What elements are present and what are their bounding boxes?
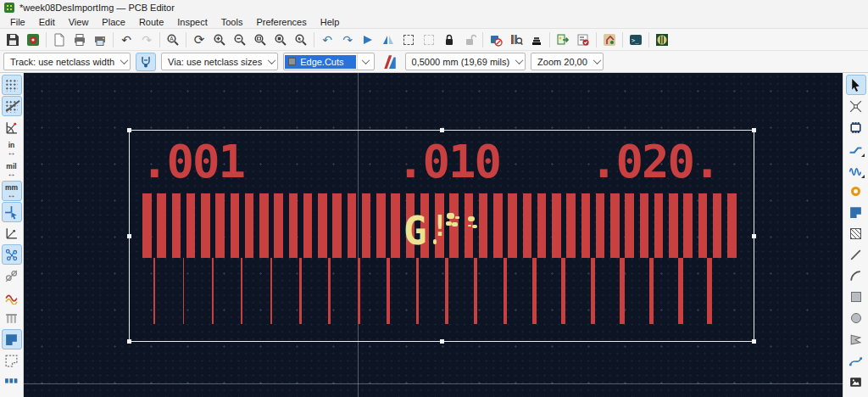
group-icon [403,35,414,45]
selection-handle[interactable] [440,339,444,344]
update-pcb-from-schematic-button[interactable] [553,31,573,49]
zoom-fit-button[interactable] [250,31,270,49]
add-footprint-tool[interactable] [846,117,866,137]
polar-coordinates-icon [4,120,19,135]
save-button[interactable] [3,31,23,49]
menu-edit[interactable]: Edit [32,16,62,28]
update-footprints-button[interactable] [486,31,506,49]
undo-button[interactable]: ↶ [116,31,136,49]
zoom-select[interactable]: Zoom 20,00 [531,53,604,70]
selection-handle[interactable] [752,234,756,238]
menu-file[interactable]: File [3,16,32,28]
page-settings-button[interactable] [49,31,70,49]
highlight-nets-toggle[interactable] [2,287,22,307]
layer-selected: Edge.Cuts [285,55,355,69]
axis-origin-icon [4,226,19,241]
zoom-objects-button[interactable] [270,31,291,49]
flip-button[interactable] [358,31,378,49]
refresh-button[interactable]: ⟳ [189,31,209,49]
layer-stack-button[interactable] [526,31,547,49]
selection-handle[interactable] [752,128,756,132]
silkscreen-fragment-blob [447,213,454,219]
menu-preferences[interactable]: Preferences [249,16,313,28]
drawing-sheet-toggle[interactable] [2,223,22,243]
ungroup-button[interactable] [419,31,439,49]
add-rule-area-tool[interactable] [846,223,866,243]
rotate-cw-button[interactable]: ↷ [337,31,358,49]
draw-circle-tool[interactable] [846,308,866,328]
library-browser-button[interactable] [506,31,526,49]
selection-handle[interactable] [127,234,131,238]
auto-track-width-toggle[interactable] [136,53,156,71]
menu-help[interactable]: Help [314,16,347,28]
print-button[interactable] [70,31,90,49]
scripting-console-button[interactable]: >_ [626,31,646,49]
zoom-in-button[interactable] [209,31,230,49]
draw-polygon-tool[interactable] [846,329,866,349]
group-button[interactable] [398,31,419,49]
mirror-button[interactable] [378,31,398,49]
toolbar-separator [113,32,114,48]
zoom-out-button[interactable] [230,31,250,49]
toolbar-separator [314,32,314,48]
page-icon [53,33,66,47]
selection-handle[interactable] [127,339,131,344]
units-mils-button[interactable]: mil↔ [2,159,22,180]
menu-view[interactable]: View [62,16,96,28]
drc-button[interactable] [573,31,593,49]
plugin-content-manager-button[interactable] [652,31,672,49]
zone-display-filled-toggle[interactable] [2,329,22,349]
units-mm-button[interactable]: mm↔ [2,181,22,201]
toolbar-separator [622,32,623,48]
find-icon: A [166,33,180,47]
grid-overrides-toggle[interactable] [2,96,22,116]
track-width-select[interactable]: Track: use netclass width [3,53,131,70]
unlock-button[interactable] [459,31,480,49]
selection-handle[interactable] [752,339,756,344]
find-button[interactable]: A [163,31,183,49]
left-toolbar: in↔ mil↔ mm↔ [0,73,24,397]
local-ratsnest-tool[interactable] [846,96,866,116]
plot-button[interactable] [90,31,110,49]
menu-place[interactable]: Place [95,16,132,28]
draw-line-tool[interactable] [846,244,866,265]
pad-display-mode-toggle[interactable] [2,372,22,392]
tune-length-tool[interactable] [846,159,866,180]
pcb-canvas[interactable]: .001 .010 .020. G ! [24,73,843,397]
draw-arc-tool[interactable] [846,266,866,286]
via-size-select[interactable]: Via: use netclass sizes [161,53,278,70]
grid-size-select[interactable]: 0,5000 mm (19,69 mils) [405,53,526,70]
layer-select[interactable]: Edge.Cuts [283,53,374,70]
zoom-selection-button[interactable] [291,31,311,49]
selection-handle[interactable] [440,128,444,132]
menu-route[interactable]: Route [132,16,170,28]
add-image-tool[interactable] [846,372,866,392]
show-grid-toggle[interactable] [2,75,22,95]
menu-inspect[interactable]: Inspect [170,16,214,28]
zone-display-outline-toggle[interactable] [2,350,22,371]
plugin-button[interactable] [599,31,620,49]
units-inches-button[interactable]: in↔ [2,138,22,159]
selection-handle[interactable] [127,128,131,132]
route-tracks-tool[interactable] [846,138,866,159]
draw-bezier-tool[interactable] [846,350,866,371]
via-display-mode-toggle[interactable] [2,266,22,286]
add-filled-zone-tool[interactable] [846,202,866,222]
layer-pair-button[interactable] [380,53,400,71]
cursor-shape-toggle[interactable] [2,202,22,222]
add-via-tool[interactable] [846,181,866,201]
select-arrow-icon [849,78,863,92]
lock-button[interactable] [439,31,459,49]
polar-coordinates-toggle[interactable] [2,117,22,137]
board-setup-button[interactable] [23,31,43,49]
menu-tools[interactable]: Tools [214,16,250,28]
layer-select-chevron[interactable] [357,53,374,70]
zone-outline-icon [4,354,19,368]
rotate-ccw-button[interactable]: ↶ [317,31,337,49]
redo-button[interactable]: ↷ [136,31,157,49]
draw-rectangle-tool[interactable] [846,287,866,307]
show-ratsnest-toggle[interactable] [2,244,22,265]
net-names-toggle[interactable] [2,308,22,328]
select-tool[interactable] [846,75,866,95]
auto-track-width-icon [139,55,153,69]
